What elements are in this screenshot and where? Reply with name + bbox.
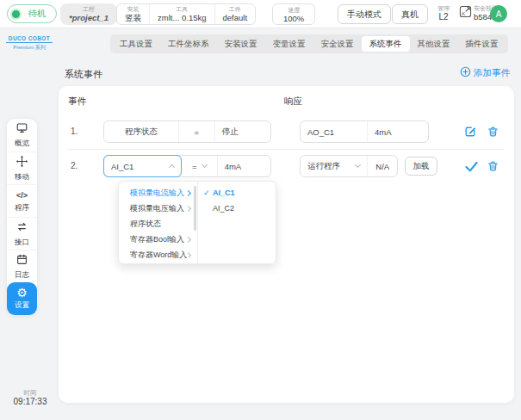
dropdown-item-register-bool-input[interactable]: 寄存器Bool输入 <box>119 232 197 247</box>
checkmark-icon <box>464 162 479 175</box>
tool-weight: 0.15kg <box>182 13 207 22</box>
sidebar-item-overview[interactable]: 概览 <box>7 119 37 151</box>
permission-level: 管理 L2 <box>437 4 450 22</box>
dropdown-item-analog-current-input[interactable]: 模拟量电流输入 <box>119 185 197 201</box>
row-number: 2. <box>71 161 78 170</box>
time-label: 时间 <box>8 389 53 397</box>
code-icon: </> <box>16 189 28 202</box>
event-condition-group-row1: 程序状态 = 停止 <box>103 120 271 143</box>
delete-row-button[interactable] <box>487 159 499 173</box>
system-events-card: 事件 响应 1. 程序状态 = 停止 AO_C1 4mA 2. AI <box>59 86 514 403</box>
clock: 时间 09:17:33 <box>8 389 53 407</box>
column-header-response: 响应 <box>284 96 302 108</box>
sidebar-item-program[interactable]: </> 程序 <box>7 184 37 217</box>
setup-info-group[interactable]: 安装 竖装 工具 zmlt... 0.15kg 工件 default <box>116 3 256 25</box>
dropdown-submenu: ✓ AI_C1 AI_C2 <box>198 182 276 263</box>
event-threshold-input[interactable]: 4mA <box>217 156 270 176</box>
move-icon <box>16 155 28 171</box>
svg-text:K: K <box>462 10 465 16</box>
tool-name: zmlt... <box>158 13 179 22</box>
tool-info[interactable]: 工具 zmlt... 0.15kg <box>149 4 214 24</box>
tab-workpiece-frame[interactable]: 工件坐标系 <box>160 36 217 52</box>
dropdown-item-analog-voltage-input[interactable]: 模拟量电压输入 <box>119 201 197 216</box>
safety-key-icon: K <box>459 5 472 22</box>
edit-pencil-icon <box>463 128 477 141</box>
dropdown-item-program-status[interactable]: 程序状态 <box>119 216 197 232</box>
tab-other-settings[interactable]: 其他设置 <box>410 36 458 52</box>
user-avatar[interactable]: A <box>490 5 507 22</box>
response-group-row1: AO_C1 4mA <box>300 120 429 143</box>
event-operator-value[interactable]: = <box>178 121 214 142</box>
dropdown-scrollbar[interactable] <box>194 186 196 231</box>
chevron-right-icon <box>185 236 191 242</box>
chevron-right-icon <box>185 205 191 211</box>
monitor-icon <box>16 121 28 138</box>
sidebar-nav: 概览 移动 </> 程序 接口 日志 ⚙ 设置 <box>7 119 37 315</box>
mount-info[interactable]: 安装 竖装 <box>117 4 149 24</box>
robot-status-badge[interactable]: 待机 <box>7 4 57 23</box>
sidebar-item-settings[interactable]: ⚙ 设置 <box>7 282 37 315</box>
dropdown-subitem-ai-c2[interactable]: AI_C2 <box>198 201 276 216</box>
load-program-button[interactable]: 加载 <box>405 157 437 176</box>
column-header-event: 事件 <box>68 96 86 108</box>
trash-icon <box>487 128 499 141</box>
delete-row-button[interactable] <box>487 125 499 139</box>
tab-variable-settings[interactable]: 变量设置 <box>265 36 313 52</box>
top-bar: 待机 工程 *project_1 安装 竖装 工具 zmlt... 0.15kg… <box>0 0 521 28</box>
event-source-value[interactable]: 程序状态 <box>104 121 178 142</box>
robot-status-label: 待机 <box>28 8 46 20</box>
dropdown-subitem-ai-c1[interactable]: ✓ AI_C1 <box>198 185 276 201</box>
manual-mode-button[interactable]: 手动模式 <box>338 4 391 24</box>
tab-safety-settings[interactable]: 安全设置 <box>313 36 362 52</box>
app-window: 待机 工程 *project_1 安装 竖装 工具 zmlt... 0.15kg… <box>0 0 521 420</box>
event-condition-group-row2: AI_C1 = 4mA <box>103 155 271 177</box>
check-icon: ✓ <box>203 188 213 197</box>
chevron-down-icon <box>355 162 361 168</box>
dropdown-category-list: 模拟量电流输入 模拟量电压输入 程序状态 寄存器Bool输入 寄存器Word输入 <box>119 182 198 263</box>
chevron-right-icon <box>186 252 191 257</box>
response-target-value[interactable]: AO_C1 <box>301 121 367 142</box>
speed-control[interactable]: 速度 100% <box>272 3 315 25</box>
confirm-row-button[interactable] <box>464 161 479 172</box>
row-number: 1. <box>71 127 78 136</box>
edit-row-button[interactable] <box>463 125 477 139</box>
chevron-down-icon <box>202 162 208 168</box>
sidebar-item-log[interactable]: 日志 <box>7 250 37 282</box>
chevron-up-icon <box>169 164 175 170</box>
brand-logo: DUCO COBOT Premium 系列 <box>6 35 53 52</box>
project-selector[interactable]: 工程 *project_1 <box>60 3 117 25</box>
tab-plugin-settings[interactable]: 插件设置 <box>458 36 506 52</box>
calendar-icon <box>16 253 28 269</box>
settings-tabs: 工具设置 工件坐标系 安装设置 变量设置 安全设置 系统事件 其他设置 插件设置 <box>110 34 508 53</box>
event-threshold-value[interactable]: 停止 <box>214 121 270 142</box>
time-value: 09:17:33 <box>8 397 53 407</box>
project-label: 工程 <box>69 5 109 13</box>
event-operator-select[interactable]: = <box>181 156 217 176</box>
sidebar-item-move[interactable]: 移动 <box>7 151 37 184</box>
swap-icon <box>16 220 28 237</box>
event-source-select[interactable]: AI_C1 <box>104 156 181 176</box>
dropdown-item-register-word-input[interactable]: 寄存器Word输入 <box>119 247 197 262</box>
circle-plus-icon <box>460 66 471 79</box>
sidebar-item-interface[interactable]: 接口 <box>7 217 37 250</box>
tab-tool-settings[interactable]: 工具设置 <box>112 36 160 52</box>
tab-mount-settings[interactable]: 安装设置 <box>217 36 265 52</box>
brand-series: Premium 系列 <box>6 44 53 52</box>
add-event-button[interactable]: 添加事件 <box>460 66 510 79</box>
trash-icon <box>487 163 499 176</box>
speed-value: 100% <box>283 14 304 24</box>
response-group-row2: 运行程序 N/A <box>300 155 398 177</box>
event-source-dropdown: 模拟量电流输入 模拟量电压输入 程序状态 寄存器Bool输入 寄存器Word输入 <box>118 181 276 264</box>
chevron-right-icon <box>185 189 191 195</box>
response-output-value[interactable]: 4mA <box>367 121 428 142</box>
project-name: *project_1 <box>69 13 109 23</box>
status-dot-icon <box>10 9 22 20</box>
response-action-select[interactable]: 运行程序 <box>301 156 367 176</box>
row-divider <box>67 149 503 150</box>
brand-name: DUCO COBOT <box>6 35 53 43</box>
real-machine-button[interactable]: 真机 <box>392 4 428 24</box>
tab-system-events[interactable]: 系统事件 <box>362 36 410 52</box>
gear-icon: ⚙ <box>16 287 28 300</box>
workpiece-info[interactable]: 工件 default <box>214 4 256 24</box>
response-param-value[interactable]: N/A <box>367 156 397 176</box>
